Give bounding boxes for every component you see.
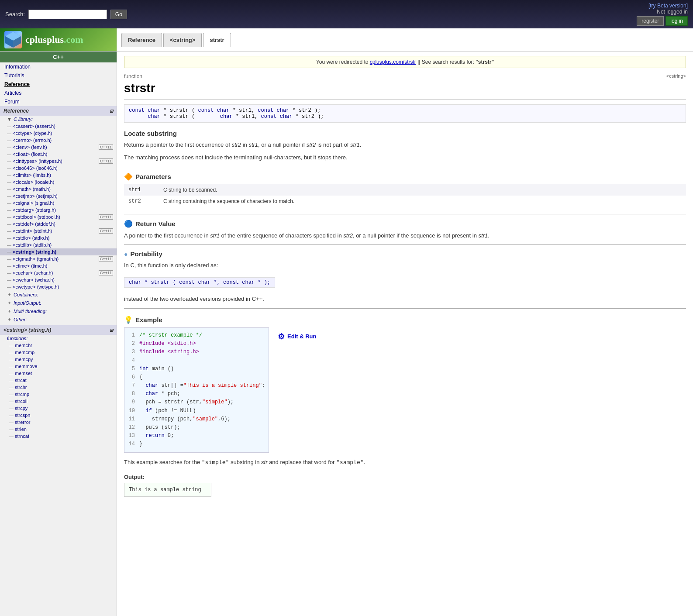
sidebar-tutorials[interactable]: Tutorials — [0, 71, 117, 80]
function-title: strstr — [124, 81, 686, 95]
code-line-10: 10 if (pch != NULL) — [128, 407, 265, 415]
sidebar-func-memmove[interactable]: —memmove — [0, 363, 117, 370]
sidebar-func-strcspn[interactable]: —strcspn — [0, 412, 117, 419]
sidebar-func-strcmp[interactable]: —strcmp — [0, 391, 117, 398]
signature-box: const char * strstr ( const char * str1,… — [124, 104, 686, 123]
return-heading-text: Return Value — [135, 220, 176, 227]
redirect-link[interactable]: cplusplus.com/strstr — [370, 59, 416, 65]
login-button[interactable]: log in — [665, 16, 688, 26]
search-area: Search: Go — [5, 10, 127, 19]
portability-heading-text: Portability — [130, 250, 162, 258]
param-row-str1: str1 C string to be scanned. — [124, 184, 686, 196]
sidebar-func-strchr[interactable]: —strchr — [0, 384, 117, 391]
sidebar-io[interactable]: ＋Input/Output: — [0, 299, 117, 307]
sidebar-ciso646[interactable]: —<ciso646> (iso646.h) — [0, 165, 117, 172]
go-button[interactable]: Go — [110, 10, 127, 19]
sidebar-ctgmath[interactable]: —<ctgmath> (tgmath.h)C++11 — [0, 255, 117, 262]
logo-nav-bar: cplusplus.com Reference <cstring> strstr — [0, 28, 693, 52]
code-line-14: 14} — [128, 440, 265, 448]
sidebar-articles[interactable]: Articles — [0, 89, 117, 97]
sidebar-cstdio[interactable]: —<cstdio> (stdio.h) — [0, 234, 117, 241]
sidebar-cfloat[interactable]: —<cfloat> (float.h) — [0, 151, 117, 158]
register-button[interactable]: register — [637, 16, 664, 26]
locate-desc1: Returns a pointer to the first occurrenc… — [124, 141, 686, 150]
sidebar-func-strcoll[interactable]: —strcoll — [0, 398, 117, 405]
sidebar-csignal[interactable]: —<csignal> (signal.h) — [0, 200, 117, 206]
logo[interactable]: cplusplus.com — [0, 28, 117, 51]
example-code-area: 1/* strstr example */ 2#include <stdio.h… — [124, 327, 686, 453]
divider-3 — [124, 214, 686, 214]
redirect-query: "strstr" — [476, 59, 494, 65]
sidebar-cstdarg[interactable]: —<cstdarg> (stdarg.h) — [0, 206, 117, 213]
sidebar-cstdint[interactable]: —<cstdint> (stdint.h)C++11 — [0, 227, 117, 234]
param-desc-str2: C string containing the sequence of char… — [159, 196, 686, 207]
sidebar-containers[interactable]: ＋Containers: — [0, 290, 117, 299]
sidebar-cstdbool[interactable]: —<cstdbool> (stdbool.h)C++11 — [0, 213, 117, 220]
portability-desc2: instead of the two overloaded versions p… — [124, 295, 686, 304]
sidebar-cfenv[interactable]: —<cfenv> (fenv.h)C++11 — [0, 144, 117, 151]
breadcrumb-cstring[interactable]: <cstring> — [163, 33, 202, 47]
redirect-text2: || See search results for: — [416, 59, 476, 65]
sidebar-cstddef[interactable]: —<cstddef> (stddef.h) — [0, 220, 117, 227]
example-heading-text: Example — [135, 316, 162, 323]
sidebar-cuchar[interactable]: —<cuchar> (uchar.h)C++11 — [0, 269, 117, 276]
logo-text: cplusplus.com — [25, 34, 83, 45]
sidebar-reference[interactable]: Reference — [0, 80, 117, 89]
redirect-text1: You were redirected to — [316, 59, 370, 65]
sidebar-cerrno[interactable]: —<cerrno> (errno.h) — [0, 137, 117, 144]
params-table: str1 C string to be scanned. str2 C stri… — [124, 184, 686, 207]
sidebar-cstring[interactable]: —<cstring> (string.h) — [0, 248, 117, 255]
sidebar-func-memset[interactable]: —memset — [0, 370, 117, 377]
params-heading: 🔶 Parameters — [124, 172, 686, 181]
sidebar-other[interactable]: ＋Other: — [0, 315, 117, 323]
divider-5 — [124, 308, 686, 309]
sidebar-func-strerror[interactable]: —strerror — [0, 419, 117, 426]
sidebar-func-memchr[interactable]: —memchr — [0, 342, 117, 349]
bulb-icon: 💡 — [124, 316, 133, 324]
sidebar-functions-label: functions: — [0, 335, 117, 342]
sidebar-cassert[interactable]: —<cassert> (assert.h) — [0, 123, 117, 130]
sidebar-ctime[interactable]: —<ctime> (time.h) — [0, 262, 117, 269]
header-right: <cstring> — [666, 73, 686, 79]
example-heading: 💡 Example — [124, 316, 686, 324]
search-input[interactable] — [28, 10, 107, 19]
sidebar-func-memcmp[interactable]: —memcmp — [0, 349, 117, 356]
logo-cube-icon — [4, 31, 22, 48]
plus-icon2: ＋ — [7, 299, 12, 306]
sidebar-cstdlib[interactable]: —<cstdlib> (stdlib.h) — [0, 241, 117, 248]
sidebar-func-strlen[interactable]: —strlen — [0, 426, 117, 433]
code-line-2: 2#include <stdio.h> — [128, 340, 265, 348]
sidebar-clocale[interactable]: —<clocale> (locale.h) — [0, 179, 117, 186]
portability-heading: ● Portability — [124, 250, 686, 258]
sidebar-cwctype[interactable]: —<cwctype> (wctype.h) — [0, 283, 117, 290]
divider-1 — [124, 100, 686, 100]
beta-link[interactable]: [try Beta version] — [648, 3, 688, 9]
sidebar-cinttypes[interactable]: —<cinttypes> (inttypes.h)C++11 — [0, 158, 117, 165]
sidebar-func-strcpy[interactable]: —strcpy — [0, 405, 117, 412]
sidebar-cctype[interactable]: —<cctype> (ctype.h) — [0, 130, 117, 137]
breadcrumb-strstr[interactable]: strstr — [203, 33, 231, 47]
sidebar-csetjmp[interactable]: —<csetjmp> (setjmp.h) — [0, 193, 117, 200]
sidebar-func-strncat[interactable]: —strncat — [0, 433, 117, 440]
divider-2 — [124, 167, 686, 167]
sidebar-func-strcat[interactable]: —strcat — [0, 377, 117, 384]
sidebar-climits[interactable]: —<climits> (limits.h) — [0, 172, 117, 179]
breadcrumb: Reference <cstring> strstr — [117, 28, 693, 51]
example-desc: This example searches for the "simple" s… — [124, 458, 686, 467]
cstring-expand-icon[interactable]: ⊞ — [110, 328, 113, 333]
not-logged-text: Not logged in — [657, 9, 688, 15]
sidebar-forum[interactable]: Forum — [0, 97, 117, 106]
auth-buttons: register log in — [637, 16, 688, 26]
sidebar-cwchar[interactable]: —<cwchar> (wchar.h) — [0, 276, 117, 283]
expand-icon[interactable]: ⊞ — [110, 109, 113, 114]
edit-run-button[interactable]: ⚙ Edit & Run — [278, 332, 316, 341]
minus-icon: ▼ — [7, 117, 12, 122]
sidebar-cmath[interactable]: —<cmath> (math.h) — [0, 186, 117, 193]
sidebar-mt[interactable]: ＋Multi-threading: — [0, 307, 117, 315]
reference-header-label: Reference — [3, 108, 29, 114]
function-header: <cstring> function strstr — [124, 73, 686, 95]
sidebar-information[interactable]: Information — [0, 62, 117, 71]
breadcrumb-reference[interactable]: Reference — [121, 33, 162, 47]
sidebar-func-memcpy[interactable]: —memcpy — [0, 356, 117, 363]
return-heading: 🔵 Return Value — [124, 220, 686, 228]
